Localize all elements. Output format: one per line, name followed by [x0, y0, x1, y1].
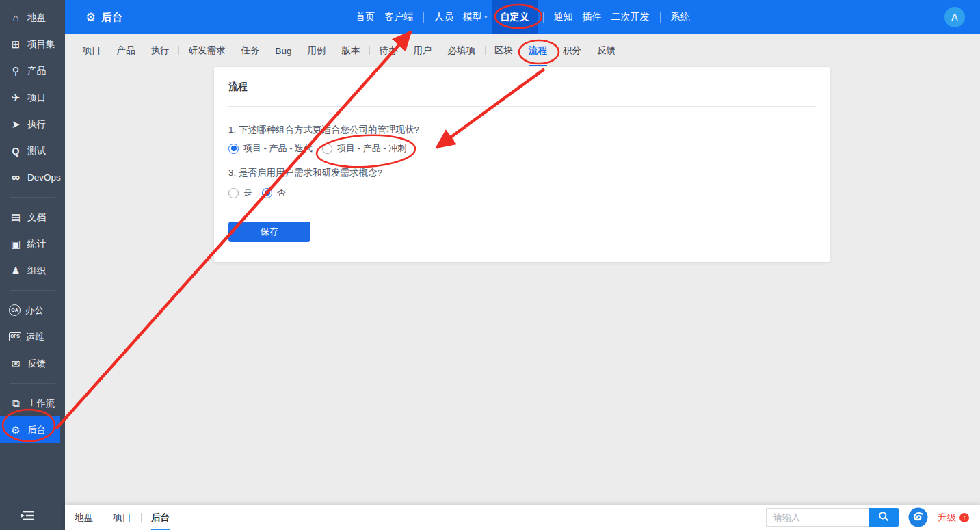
subnav-tab[interactable]: 流程: [521, 34, 555, 67]
chevron-down-icon: ▾: [484, 14, 488, 21]
bottombar-tabs: 地盘 项目 后台: [66, 505, 178, 530]
sidebar-item-icon: ▣: [9, 239, 23, 249]
bottombar-tab-label: 后台: [151, 505, 170, 530]
question3-options: 是 否: [228, 187, 286, 199]
subnav-tab[interactable]: 执行: [143, 34, 177, 67]
sidebar-item-label: 测试: [27, 145, 46, 157]
sidebar-item[interactable]: [10, 197, 55, 198]
sidebar-item-icon: Q: [9, 146, 23, 156]
search-input[interactable]: [766, 508, 869, 527]
sidebar-item[interactable]: ✉ 反馈: [0, 350, 65, 377]
workflow-settings-panel: 流程 1. 下述哪种组合方式更适合您公司的管理现状? 项目 - 产品 - 迭代 …: [214, 67, 830, 262]
sidebar-item[interactable]: ➤ 执行: [0, 111, 65, 137]
sidebar-item[interactable]: OA 办公: [0, 297, 65, 323]
subnav-tab[interactable]: 用例: [300, 34, 334, 67]
sidebar-item[interactable]: ⧉ 工作流: [0, 390, 65, 416]
upgrade-link[interactable]: 升级 ↑: [938, 512, 969, 524]
subnav-tab[interactable]: [369, 46, 370, 55]
search-icon: [878, 511, 889, 524]
subnav-tab[interactable]: 用户: [406, 34, 440, 67]
subnav-tabs: 项目 产品 执行 研发需求 任务: [65, 34, 980, 67]
topbar-nav-item[interactable]: [423, 12, 424, 23]
topbar-nav-item[interactable]: 二次开发: [607, 0, 654, 34]
topbar-nav-item[interactable]: 首页: [351, 0, 380, 34]
topbar-nav-item[interactable]: 系统: [666, 0, 695, 34]
subnav-tab[interactable]: 区块: [487, 34, 521, 67]
sidebar-item[interactable]: ♟ 组织: [0, 257, 65, 284]
zentao-logo-icon[interactable]: [908, 507, 928, 527]
topbar-nav-item[interactable]: [543, 12, 544, 23]
radio-option[interactable]: 是: [228, 187, 252, 199]
bottombar-tab[interactable]: 地盘: [66, 505, 101, 530]
subnav-tab[interactable]: 积分: [555, 34, 590, 67]
sidebar-item-icon: ⧉: [9, 398, 23, 408]
radio-icon[interactable]: [228, 144, 239, 154]
sidebar-item-icon: ⚲: [9, 66, 23, 76]
subnav-tab[interactable]: 反馈: [590, 34, 624, 67]
bottombar-tab[interactable]: 项目: [105, 505, 140, 530]
sidebar-item-label: 统计: [27, 238, 46, 250]
subnav-tab[interactable]: 项目: [75, 34, 109, 67]
radio-icon[interactable]: [262, 188, 272, 198]
sidebar-item[interactable]: ⊞ 项目集: [0, 31, 65, 57]
bottombar-tab-label: 项目: [113, 505, 131, 530]
sidebar-item[interactable]: [10, 290, 55, 291]
topbar-nav-item[interactable]: 客户端: [380, 0, 418, 34]
sidebar-item-icon: ⌂: [9, 12, 23, 23]
sidebar: ⌂ 地盘 ⊞ 项目集 ⚲ 产品 ✈ 项目: [0, 0, 65, 530]
subnav-tab[interactable]: 版本: [334, 34, 368, 67]
sidebar-item[interactable]: ▣ 统计: [0, 230, 65, 257]
subnav-tab[interactable]: [178, 46, 179, 55]
sidebar-item-label: 工作流: [27, 397, 55, 410]
topbar-nav-item[interactable]: 自定义: [492, 0, 538, 34]
sidebar-item-label: 文档: [27, 211, 46, 224]
bottombar-tab[interactable]: [103, 513, 103, 522]
sidebar-item[interactable]: OPS 运维: [0, 323, 65, 350]
search-button[interactable]: [869, 508, 899, 527]
topbar-nav-item[interactable]: 通知: [549, 0, 578, 34]
bottombar-tab[interactable]: 后台: [143, 505, 178, 530]
main-content: 项目 产品 执行 研发需求 任务: [65, 34, 980, 505]
subnav-tab[interactable]: 必填项: [440, 34, 484, 67]
sidebar-item[interactable]: ⚙ 后台: [0, 416, 60, 443]
sidebar-item-label: 项目: [27, 92, 46, 104]
subnav-tab[interactable]: 任务: [233, 34, 267, 67]
radio-icon[interactable]: [228, 188, 239, 198]
sidebar-item-icon: ✉: [9, 358, 23, 369]
topbar-nav-item-label: 自定义: [501, 11, 529, 23]
subnav-tab-label: 必填项: [448, 35, 476, 66]
subnav-tab[interactable]: Bug: [267, 34, 300, 67]
subnav-tab[interactable]: 待办: [371, 34, 406, 67]
radio-option[interactable]: 项目 - 产品 - 迭代: [228, 142, 313, 155]
sidebar-nav: ⌂ 地盘 ⊞ 项目集 ⚲ 产品 ✈ 项目: [0, 4, 65, 443]
radio-icon[interactable]: [322, 144, 332, 154]
radio-option[interactable]: 否: [262, 187, 286, 199]
subnav-tab[interactable]: 产品: [109, 34, 143, 67]
subnav-tab-label: 积分: [563, 35, 581, 66]
subnav-tab-label: 用例: [308, 35, 326, 66]
sidebar-item-label: 地盘: [27, 12, 46, 24]
sidebar-item[interactable]: ⚲ 产品: [0, 57, 65, 84]
subnav-tab[interactable]: 研发需求: [181, 34, 233, 67]
gear-icon: ⚙: [85, 12, 96, 23]
bottombar-tab[interactable]: [141, 513, 142, 522]
sidebar-item[interactable]: Q 测试: [0, 137, 65, 164]
avatar[interactable]: A: [944, 7, 965, 27]
sidebar-item[interactable]: ⌂ 地盘: [0, 4, 65, 31]
bottombar-right: 升级 ↑: [766, 505, 980, 530]
radio-option[interactable]: 项目 - 产品 - 冲刺: [322, 142, 406, 155]
sidebar-item[interactable]: ▤ 文档: [0, 204, 65, 230]
topbar-nav-item[interactable]: 人员: [429, 0, 458, 34]
save-button[interactable]: 保存: [228, 222, 310, 242]
sidebar-item[interactable]: ✈ 项目: [0, 84, 65, 111]
subnav-tab[interactable]: [485, 46, 486, 55]
sidebar-item-icon: ♟: [9, 265, 23, 276]
subnav-tab-label: 区块: [494, 35, 513, 66]
radio-option-label: 项目 - 产品 - 冲刺: [337, 142, 406, 155]
topbar-nav-item[interactable]: 插件: [578, 0, 607, 34]
topbar-nav-item[interactable]: [660, 12, 661, 23]
sidebar-item[interactable]: ∞ DevOps: [0, 164, 65, 191]
sidebar-item[interactable]: [10, 383, 55, 384]
topbar-nav-item[interactable]: 模型 ▾: [458, 0, 492, 34]
collapse-sidebar-icon[interactable]: [21, 510, 36, 524]
